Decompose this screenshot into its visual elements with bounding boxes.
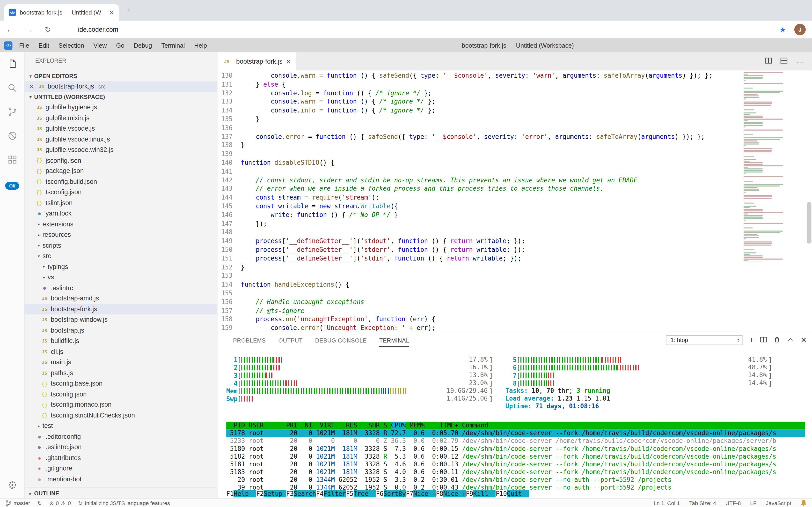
fkey-f5[interactable]: F5 [346,490,354,497]
tree-item-.editorconfig[interactable]: ●.editorconfig [25,431,217,442]
encoding-indicator[interactable]: UTF-8 [726,500,741,506]
new-terminal-icon[interactable]: + [749,336,754,343]
tree-item-.gitattributes[interactable]: ◆.gitattributes [25,453,217,463]
tree-item-.eslintrc[interactable]: ●.eslintrc [25,283,217,293]
tree-item-cli.js[interactable]: JScli.js [25,346,217,357]
search-icon[interactable] [0,76,25,100]
panel-tab-terminal[interactable]: TERMINAL [379,333,409,347]
fkey-f3[interactable]: F3 [286,490,294,497]
maximize-panel-icon[interactable] [787,336,794,344]
tree-item-gulpfile.vscode.linux.js[interactable]: JSgulpfile.vscode.linux.js [25,134,217,145]
tree-item-bootstrap-window.js[interactable]: JSbootstrap-window.js [25,315,217,325]
tree-item-extensions[interactable]: ▸extensions [25,219,217,230]
debug-icon[interactable] [0,124,25,148]
extensions-icon[interactable] [0,148,25,171]
close-icon[interactable]: ✕ [286,58,291,65]
close-panel-icon[interactable]: ✕ [801,336,807,343]
tree-item-typings[interactable]: ▸typings [25,262,217,272]
fkey-f6[interactable]: F6 [376,490,383,497]
process-row-5180[interactable]: 5180 root 20 0 1021M 181M 3328 S 7.3 0.6… [226,445,805,453]
branch-indicator[interactable]: master [5,500,30,507]
menu-debug[interactable]: Debug [129,42,157,49]
menu-edit[interactable]: Edit [34,42,54,49]
fkey-f1[interactable]: F1 [226,490,234,497]
more-actions-icon[interactable]: ··· [796,57,805,65]
source-control-icon[interactable] [0,100,25,124]
minimap[interactable] [741,72,785,262]
tree-item-tsconfig.base.json[interactable]: {}tsconfig.base.json [25,378,217,389]
split-editor-icon[interactable] [765,57,772,66]
kill-terminal-icon[interactable] [774,336,780,344]
tree-item-tsconfig.json[interactable]: {}tsconfig.json [25,389,217,400]
open-editor-item[interactable]: ✕ JS bootstrap-fork.js src [25,81,217,92]
tree-item-paths.js[interactable]: JSpaths.js [25,368,217,378]
toggle-layout-icon[interactable] [780,57,788,66]
tree-item-tsconfig.json[interactable]: {}tsconfig.json [25,187,217,198]
tree-item-jsconfig.json[interactable]: {}jsconfig.json [25,155,217,166]
process-row-5233[interactable]: 5233 root 20 0 0 0 0 Z 36.3 0.0 0:02.79 … [226,437,805,445]
browser-tab[interactable]: </> bootstrap-fork.js — Untitled (W ✕ [4,4,119,21]
editor-tab[interactable]: JS bootstrap-fork.js ✕ [217,52,296,70]
tree-item-scripts[interactable]: ▸scripts [25,240,217,251]
language-indicator[interactable]: JavaScript [766,500,791,506]
fkey-f7[interactable]: F7 [406,490,414,497]
editor-scrollbar[interactable] [807,202,811,243]
eol-indicator[interactable]: LF [750,500,756,506]
back-icon[interactable]: ← [6,25,14,34]
workspace-header[interactable]: ▾ UNTITLED (WORKSPACE) [25,92,217,102]
tab-size-indicator[interactable]: Tab Size: 4 [689,500,716,506]
panel-tab-debug-console[interactable]: DEBUG CONSOLE [315,333,367,347]
fkey-f2[interactable]: F2 [256,490,264,497]
menu-terminal[interactable]: Terminal [157,42,190,49]
htop-header-row[interactable]: PID USER PRI NI VIRT RES SHR S CPU% MEM%… [226,422,805,430]
tree-item-gulpfile.mixin.js[interactable]: JSgulpfile.mixin.js [25,113,217,123]
code-editor[interactable]: 130 console.warn = function () { safeSen… [217,70,812,332]
bookmark-star-icon[interactable]: ★ [779,25,786,34]
terminal-picker[interactable]: 1: htop ▲▼ [666,335,743,345]
tree-item-resources[interactable]: ▸resources [25,230,217,240]
reload-icon[interactable]: ↻ [45,25,51,34]
close-icon[interactable]: ✕ [29,83,37,90]
tree-item-bootstrap.js[interactable]: JSbootstrap.js [25,325,217,336]
tree-item-package.json[interactable]: {}package.json [25,166,217,176]
menu-file[interactable]: File [14,42,34,49]
fkey-f9[interactable]: F9 [466,490,473,497]
tree-item-bootstrap-amd.js[interactable]: JSbootstrap-amd.js [25,293,217,304]
tree-item-gulpfile.hygiene.js[interactable]: JSgulpfile.hygiene.js [25,102,217,113]
tree-item-buildfile.js[interactable]: JSbuildfile.js [25,336,217,346]
sync-button[interactable]: ↻ [37,500,42,506]
process-row-5178[interactable]: 5178 root 20 0 1021M 181M 3328 R 72.7 0.… [226,430,805,437]
process-row-20[interactable]: 20 root 20 0 1344M 62052 1952 S 3.3 0.2 … [226,476,805,484]
fkey-f8[interactable]: F8 [436,490,443,497]
forward-icon[interactable]: → [25,25,33,34]
tree-item-gulpfile.vscode.js[interactable]: JSgulpfile.vscode.js [25,123,217,134]
address-bar[interactable]: ide.coder.com [78,25,779,33]
process-row-5183[interactable]: 5183 root 20 0 1021M 181M 3328 S 4.0 0.6… [226,468,805,476]
problems-indicator[interactable]: ⊗ 0 ⚠ 0 [49,500,71,506]
tree-item-.gitignore[interactable]: ◆.gitignore [25,463,217,474]
tree-item-main.js[interactable]: JSmain.js [25,357,217,368]
fkey-f4[interactable]: F4 [316,490,324,497]
tree-item-tsconfig.build.json[interactable]: {}tsconfig.build.json [25,176,217,187]
new-tab-button[interactable]: + [126,5,131,15]
panel-tab-output[interactable]: OUTPUT [278,333,303,347]
tree-item-.eslintrc.json[interactable]: ●.eslintrc.json [25,442,217,453]
menu-go[interactable]: Go [112,42,129,49]
terminal[interactable]: 1[17.8%] 2[16.1%] 3[13.8%] 4[23.0%]Mem[1… [226,348,805,498]
menu-selection[interactable]: Selection [54,42,89,49]
tree-item-bootstrap-fork.js[interactable]: JSbootstrap-fork.js [25,304,217,315]
tree-item-tsconfig.monaco.json[interactable]: {}tsconfig.monaco.json [25,399,217,410]
tree-item-src[interactable]: ▾src [25,251,217,262]
tree-item-vs[interactable]: ▸vs [25,272,217,283]
process-row-5181[interactable]: 5181 root 20 0 1021M 181M 3328 S 4.6 0.6… [226,460,805,468]
connection-status-badge[interactable]: Off [5,182,19,190]
outline-header[interactable]: ▸ OUTLINE [25,488,217,499]
tree-item-test[interactable]: ▸test [25,420,217,431]
notification-bell-icon[interactable] [801,499,807,507]
explorer-icon[interactable] [0,52,25,76]
menu-help[interactable]: Help [190,42,211,49]
tree-item-tsconfig.strictNullChecks.json[interactable]: {}tsconfig.strictNullChecks.json [25,410,217,420]
avatar[interactable]: J [794,23,806,35]
process-row-5182[interactable]: 5182 root 20 0 1021M 181M 3328 R 5.3 0.6… [226,453,805,460]
gear-icon[interactable] [0,475,25,494]
